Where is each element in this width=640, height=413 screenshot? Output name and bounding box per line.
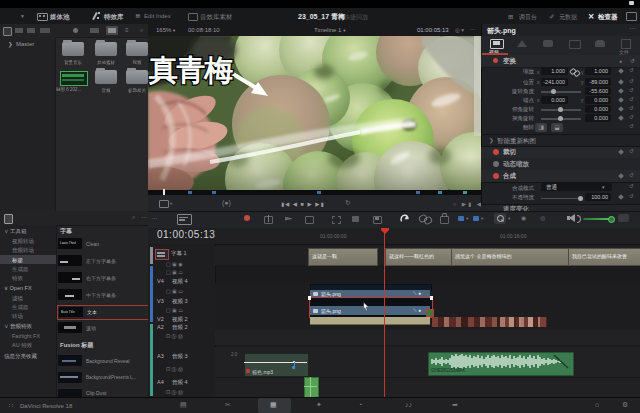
svg-text:真青梅: 真青梅 (148, 54, 233, 86)
